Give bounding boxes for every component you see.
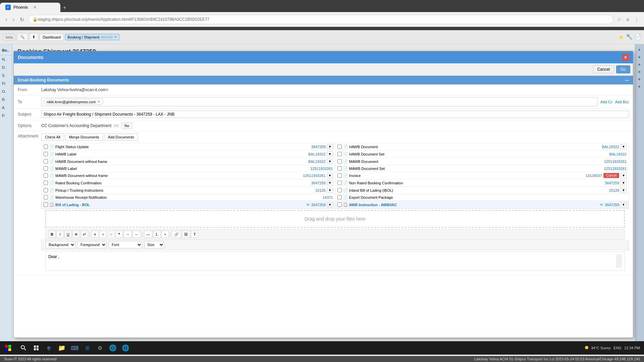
right-panel-add-4[interactable]: +	[638, 69, 641, 74]
right-panel-add-1[interactable]: +	[638, 47, 641, 52]
doc-checkbox-flight-status[interactable]	[44, 144, 48, 149]
doc-dropdown-pickup[interactable]: ▼	[327, 188, 333, 193]
left-nav-item-p[interactable]: P.	[0, 112, 12, 120]
right-panel-add-6[interactable]: +	[638, 84, 641, 89]
add-bcc-link[interactable]: Add Bcc	[615, 100, 629, 104]
menu-icon[interactable]: ⋮	[633, 16, 640, 23]
indent-button[interactable]: →	[123, 231, 132, 238]
ul-button[interactable]: •	[161, 231, 169, 238]
font-select[interactable]: Font	[109, 241, 142, 248]
settings-wrench-icon[interactable]: 🔧	[626, 34, 633, 41]
email-scrollbar[interactable]	[616, 254, 622, 268]
doc-link-mawb-doc-set[interactable]: 12511933261	[604, 167, 627, 171]
doc-checkbox-rated-booking[interactable]	[44, 181, 48, 185]
doc-checkbox-mawb-no-frame[interactable]	[44, 173, 48, 178]
foreground-select[interactable]: Foreground	[77, 241, 107, 248]
outdent-button[interactable]: ←	[132, 231, 141, 238]
doc-link-hawb-doc[interactable]: BAL19322	[602, 145, 619, 149]
add-documents-button[interactable]: Add Documents	[104, 133, 138, 141]
doc-link-ibol[interactable]: 15126	[609, 188, 620, 192]
align-right-button[interactable]: ≡	[107, 231, 115, 238]
left-nav-item-d[interactable]: D..	[0, 63, 12, 71]
address-bar[interactable]: 🔒 staging.shipco.phxcloud.io/phoenix/App…	[28, 15, 613, 24]
to-field[interactable]: nikki.kron@globeexpress.com ✕	[41, 97, 598, 106]
booking-shipment-tab[interactable]: Booking / Shipment 3647259 ✕	[65, 34, 119, 40]
italic-button[interactable]: I	[56, 231, 64, 238]
source-button[interactable]: T	[191, 231, 198, 238]
extensions-icon[interactable]: ⧈	[625, 16, 631, 23]
blockquote-button[interactable]: ❝	[115, 231, 123, 238]
doc-link-pickup[interactable]: 15126	[315, 188, 326, 192]
right-panel-add-3[interactable]: +	[638, 62, 641, 67]
upload-toolbar-button[interactable]: ⬆	[29, 33, 38, 41]
doc-link-hawb-label[interactable]: BAL19322	[308, 152, 325, 156]
awb-link-number[interactable]: 3647259	[605, 203, 619, 207]
unlink-button[interactable]: ⛓	[182, 231, 190, 238]
bol-link-number[interactable]: 3647259	[311, 203, 326, 207]
doc-checkbox-pickup[interactable]	[44, 188, 48, 192]
tab-close-x[interactable]: ✕	[114, 35, 117, 39]
bookmark-icon[interactable]: ☆	[616, 16, 623, 23]
drag-drop-area[interactable]: Drag and drop your files here	[45, 210, 625, 228]
doc-dropdown-non-rated-booking[interactable]: ▼	[621, 180, 627, 185]
doc-dropdown-mawb-no-frame[interactable]: ▼	[327, 173, 333, 178]
underline-button[interactable]: U	[64, 231, 72, 238]
align-left-button[interactable]: ≡	[91, 231, 99, 238]
doc-dropdown-hawb-doc[interactable]: ▼	[621, 144, 627, 149]
go-button[interactable]: Go	[616, 65, 630, 73]
doc-link-hawb-no-frame[interactable]: BAL19322	[308, 160, 325, 164]
tab-close-button[interactable]: ✕	[33, 5, 37, 10]
document-icon[interactable]: 📄	[635, 34, 641, 41]
doc-dropdown-invoice[interactable]: ▼	[621, 173, 627, 178]
refresh-button[interactable]: ↻	[18, 15, 25, 24]
bol-checkbox-right[interactable]	[337, 202, 342, 207]
bol-dropdown-left[interactable]: ▼	[327, 202, 333, 207]
doc-dropdown-ibol[interactable]: ▼	[621, 188, 627, 193]
left-nav-item-s[interactable]: S.	[0, 71, 12, 79]
strikethrough-button[interactable]: X	[72, 231, 80, 238]
favorite-star-icon[interactable]: ★	[619, 34, 624, 41]
toggle-button[interactable]	[114, 124, 119, 127]
collapse-icon[interactable]: —	[625, 78, 629, 82]
search-toolbar-button[interactable]: 🔍	[17, 33, 28, 41]
email-body-text[interactable]: Dear ,	[48, 254, 616, 268]
cancel-button[interactable]: Cancel	[593, 65, 614, 73]
left-nav-item-booking[interactable]: Bo..	[0, 46, 12, 55]
link-button[interactable]: 🔗	[172, 231, 181, 238]
forward-button[interactable]: ›	[11, 15, 15, 24]
size-select[interactable]: Size	[144, 241, 164, 248]
bol-link[interactable]: Bill of Lading - BOL	[55, 203, 90, 207]
doc-dropdown-hawb-label[interactable]: ▼	[327, 152, 333, 157]
doc-checkbox-mawb-doc[interactable]	[337, 159, 342, 164]
doc-checkbox-hawb-doc-set[interactable]	[337, 152, 342, 156]
doc-checkbox-export-pkg[interactable]	[337, 195, 342, 199]
add-cc-link[interactable]: Add Cc	[600, 100, 612, 104]
doc-link-mawb-doc[interactable]: 12511933261	[604, 160, 627, 164]
doc-checkbox-hawb-doc[interactable]	[337, 144, 342, 149]
doc-link-warehouse[interactable]: 14371	[323, 195, 333, 199]
left-nav-item-fl[interactable]: Fl.	[0, 79, 12, 87]
doc-link-hawb-doc-set[interactable]: BAL19322	[609, 152, 627, 156]
doc-link-invoice[interactable]: 13126537	[586, 174, 602, 178]
superscript-button[interactable]: x²	[80, 231, 88, 238]
doc-checkbox-mawb-doc-set[interactable]	[337, 166, 342, 171]
doc-link-rated-booking[interactable]: 3647259	[311, 181, 326, 185]
bol-checkbox-left[interactable]	[44, 202, 48, 207]
doc-link-non-rated-booking[interactable]: 3647259	[605, 181, 619, 185]
hr-button[interactable]: —	[144, 231, 152, 238]
doc-link-mawb-no-frame[interactable]: 12511933261	[303, 174, 325, 178]
doc-checkbox-non-rated-booking[interactable]	[337, 181, 342, 185]
ol-button[interactable]: 1.	[153, 231, 161, 238]
check-all-button[interactable]: Check All	[41, 133, 64, 141]
right-panel-add-2[interactable]: +	[638, 54, 641, 60]
doc-dropdown-hawb-no-frame[interactable]: ▼	[327, 159, 333, 164]
doc-checkbox-hawb-label[interactable]	[44, 152, 48, 156]
doc-checkbox-hawb-no-frame[interactable]	[44, 159, 48, 164]
awb-dropdown-right[interactable]: ▼	[621, 202, 627, 207]
doc-dropdown-rated-booking[interactable]: ▼	[327, 180, 333, 185]
doc-checkbox-warehouse[interactable]	[44, 195, 48, 199]
doc-dropdown-flight-status[interactable]: ▼	[327, 144, 333, 149]
toggle-no-button[interactable]: No	[121, 122, 132, 129]
awb-link[interactable]: AWB Instruction - AWB/IAC	[349, 203, 397, 207]
bold-button[interactable]: B	[48, 231, 56, 238]
